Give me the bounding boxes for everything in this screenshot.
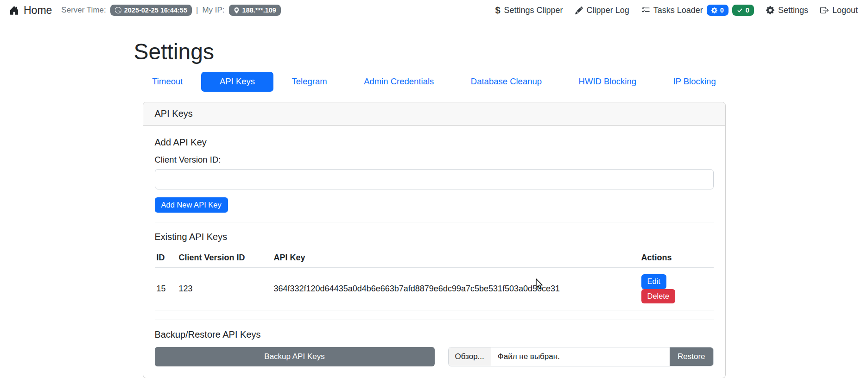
my-ip-value: 188.***.109 <box>242 7 276 14</box>
tab-hwid-blocking[interactable]: HWID Blocking <box>560 72 655 92</box>
backup-restore-row: Backup API Keys Обзор... Файл не выбран.… <box>155 347 714 366</box>
tab-database-cleanup[interactable]: Database Cleanup <box>452 72 560 92</box>
add-api-key-title: Add API Key <box>155 137 714 148</box>
nav-logout[interactable]: Logout <box>820 6 858 15</box>
nav-logout-label: Logout <box>832 6 858 15</box>
server-time-value: 2025-02-25 16:44:55 <box>124 7 187 14</box>
restore-button[interactable]: Restore <box>670 347 713 366</box>
gear-icon <box>711 7 717 13</box>
geo-pin-icon <box>234 7 240 13</box>
edit-button[interactable]: Edit <box>641 274 666 289</box>
client-version-input[interactable] <box>155 169 714 189</box>
tab-ip-blocking[interactable]: IP Blocking <box>655 72 735 92</box>
cell-api-key: 364f332f120d64435a0d4b6e663b7afd8879e6dc… <box>272 268 640 310</box>
api-keys-card: API Keys Add API Key Client Version ID: … <box>143 102 726 378</box>
file-chosen-text: Файл не выбран. <box>491 347 670 366</box>
nav-tasks-loader[interactable]: Tasks Loader 0 0 <box>641 5 754 16</box>
column-header-id: ID <box>155 249 177 268</box>
delete-button[interactable]: Delete <box>641 289 676 303</box>
gear-icon <box>766 6 774 14</box>
client-version-label: Client Version ID: <box>155 155 714 165</box>
navbar-menu: $ Settings Clipper Clipper Log Tasks Loa… <box>495 5 858 16</box>
card-body: Add API Key Client Version ID: Add New A… <box>143 126 725 378</box>
home-label: Home <box>24 4 52 17</box>
check-icon <box>737 7 743 13</box>
column-header-api-key: API Key <box>272 249 640 268</box>
tasks-list-icon <box>641 6 650 14</box>
nav-clipper-log[interactable]: Clipper Log <box>575 6 629 15</box>
file-browse-button[interactable]: Обзор... <box>449 347 491 366</box>
nav-settings[interactable]: Settings <box>766 6 808 15</box>
my-ip-label: My IP: <box>202 6 224 15</box>
cell-id: 15 <box>155 268 177 310</box>
existing-api-keys-title: Existing API Keys <box>155 232 714 242</box>
divider-line <box>155 320 714 320</box>
restore-file-input[interactable]: Обзор... Файл не выбран. Restore <box>448 347 714 366</box>
main-content: Settings Timeout API Keys Telegram Admin… <box>134 39 735 378</box>
server-time-label: Server Time: <box>61 6 106 15</box>
top-navbar: Home Server Time: 2025-02-25 16:44:55 | … <box>0 0 868 20</box>
cell-client-version: 123 <box>177 268 272 310</box>
nav-settings-label: Settings <box>778 6 808 15</box>
tab-timeout[interactable]: Timeout <box>134 72 202 92</box>
nav-tasks-loader-label: Tasks Loader <box>653 6 703 15</box>
backup-api-keys-button[interactable]: Backup API Keys <box>155 347 435 366</box>
tab-telegram[interactable]: Telegram <box>273 72 346 92</box>
my-ip-badge: 188.***.109 <box>229 5 281 16</box>
divider: | <box>196 6 198 15</box>
dollar-icon: $ <box>495 6 500 15</box>
tasks-done-count: 0 <box>746 7 749 14</box>
tasks-pending-badge: 0 <box>707 5 729 16</box>
cell-actions: Edit Delete <box>640 268 714 310</box>
divider-line <box>155 222 714 222</box>
card-header-title: API Keys <box>143 102 725 126</box>
column-header-actions: Actions <box>640 249 714 268</box>
server-info: Server Time: 2025-02-25 16:44:55 | My IP… <box>61 5 281 16</box>
api-keys-table: ID Client Version ID API Key Actions 15 … <box>155 249 714 310</box>
table-row: 15 123 364f332f120d64435a0d4b6e663b7afd8… <box>155 268 714 310</box>
navbar-left: Home Server Time: 2025-02-25 16:44:55 | … <box>9 4 281 17</box>
home-link[interactable]: Home <box>9 4 52 17</box>
tab-api-keys[interactable]: API Keys <box>201 72 273 92</box>
backup-restore-title: Backup/Restore API Keys <box>155 329 714 340</box>
clock-icon <box>115 7 121 13</box>
add-api-key-button[interactable]: Add New API Key <box>155 197 228 213</box>
tab-admin-credentials[interactable]: Admin Credentials <box>345 72 452 92</box>
tasks-done-badge: 0 <box>732 5 754 16</box>
pencil-icon <box>575 6 583 14</box>
server-time-badge: 2025-02-25 16:44:55 <box>110 5 192 16</box>
column-header-client-version: Client Version ID <box>177 249 272 268</box>
home-icon <box>9 6 19 15</box>
nav-settings-clipper-label: Settings Clipper <box>504 6 563 15</box>
tasks-pending-count: 0 <box>720 7 724 14</box>
nav-clipper-log-label: Clipper Log <box>587 6 629 15</box>
page-title: Settings <box>134 39 735 64</box>
logout-icon <box>820 6 829 14</box>
settings-tabs: Timeout API Keys Telegram Admin Credenti… <box>134 72 735 92</box>
table-header-row: ID Client Version ID API Key Actions <box>155 249 714 268</box>
nav-settings-clipper[interactable]: $ Settings Clipper <box>495 6 563 15</box>
